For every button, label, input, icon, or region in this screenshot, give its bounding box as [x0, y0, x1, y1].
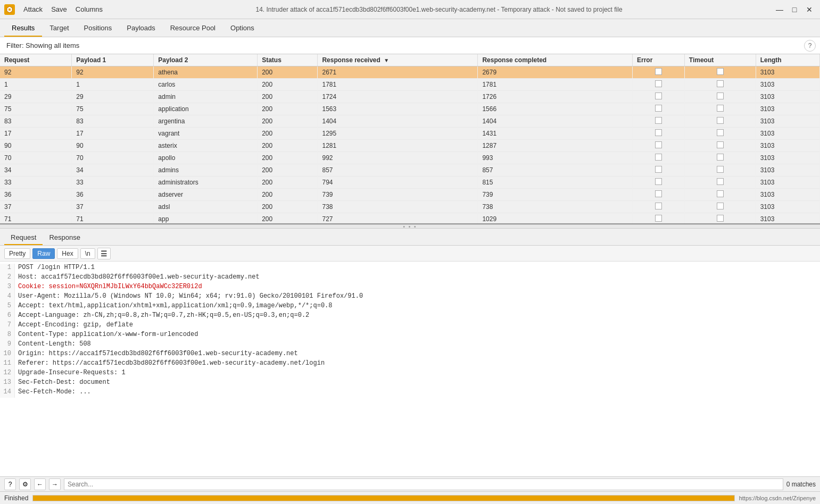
table-cell: argentina: [154, 115, 258, 128]
format-newline[interactable]: \n: [80, 248, 95, 259]
cell-error[interactable]: [633, 164, 685, 177]
table-row[interactable]: 2929admin200172417263103: [0, 91, 820, 103]
cell-timeout[interactable]: [684, 189, 756, 201]
table-row[interactable]: 1717vagrant200129514313103: [0, 128, 820, 140]
col-resp-recv[interactable]: Response received ▼: [318, 54, 478, 66]
table-row[interactable]: 7171app20072710293103: [0, 213, 820, 225]
cell-error[interactable]: [633, 213, 685, 225]
cell-error[interactable]: [633, 201, 685, 213]
cell-timeout[interactable]: [684, 140, 756, 152]
table-row[interactable]: 3636adserver2007397393103: [0, 189, 820, 201]
table-row[interactable]: 3737adsl2007387383103: [0, 201, 820, 213]
line-content: Referer: https://acca1f571ecdb3bd802f6ff…: [15, 359, 328, 369]
table-cell: admins: [154, 164, 258, 177]
line-number: 13: [0, 379, 15, 388]
table-row[interactable]: 9292athena200267126793103: [0, 66, 820, 79]
table-row[interactable]: 9090asterix200128112873103: [0, 140, 820, 152]
table-cell: 993: [478, 152, 633, 164]
tab-results[interactable]: Results: [4, 20, 42, 37]
tab-target[interactable]: Target: [42, 20, 76, 37]
cell-error[interactable]: [633, 103, 685, 115]
cell-error[interactable]: [633, 66, 685, 79]
table-row[interactable]: 7070apollo2009929933103: [0, 152, 820, 164]
maximize-button[interactable]: □: [788, 4, 801, 15]
cell-timeout[interactable]: [684, 103, 756, 115]
col-payload1[interactable]: Payload 1: [72, 54, 154, 66]
help-button[interactable]: ?: [4, 478, 16, 490]
code-line: 6Accept-Language: zh-CN,zh;q=0.8,zh-TW;q…: [0, 312, 820, 321]
format-raw[interactable]: Raw: [32, 248, 55, 259]
code-line: 5Accept: text/html,application/xhtml+xml…: [0, 302, 820, 312]
cell-error[interactable]: [633, 189, 685, 201]
cell-timeout[interactable]: [684, 79, 756, 91]
cell-timeout[interactable]: [684, 201, 756, 213]
cell-timeout[interactable]: [684, 91, 756, 103]
tab-request[interactable]: Request: [4, 231, 43, 245]
table-cell: 34: [0, 164, 72, 177]
resize-handle[interactable]: • • •: [0, 224, 820, 229]
cell-timeout[interactable]: [684, 213, 756, 225]
format-menu-button[interactable]: ☰: [97, 248, 111, 259]
tab-payloads[interactable]: Payloads: [119, 20, 162, 37]
table-row[interactable]: 11carlos200178117813103: [0, 79, 820, 91]
table-cell: 200: [258, 66, 318, 79]
back-button[interactable]: ←: [34, 478, 46, 490]
table-cell: 36: [72, 189, 154, 201]
table-cell: 71: [72, 213, 154, 225]
code-line: 1POST /login HTTP/1.1: [0, 264, 820, 273]
col-error[interactable]: Error: [633, 54, 685, 66]
table-row[interactable]: 8383argentina200140414043103: [0, 115, 820, 128]
line-number: 10: [0, 350, 15, 359]
cell-error[interactable]: [633, 79, 685, 91]
settings-button[interactable]: ⚙: [19, 478, 31, 490]
table-cell: 815: [478, 177, 633, 189]
menu-save[interactable]: Save: [49, 4, 69, 14]
col-request[interactable]: Request: [0, 54, 72, 66]
col-length[interactable]: Length: [756, 54, 819, 66]
format-pretty[interactable]: Pretty: [4, 248, 30, 259]
cell-error[interactable]: [633, 140, 685, 152]
line-number: 2: [0, 273, 15, 283]
tab-options[interactable]: Options: [223, 20, 262, 37]
col-resp-comp[interactable]: Response completed: [478, 54, 633, 66]
table-cell: 1404: [318, 115, 478, 128]
format-hex[interactable]: Hex: [57, 248, 78, 259]
cell-error[interactable]: [633, 115, 685, 128]
tab-positions[interactable]: Positions: [77, 20, 120, 37]
col-timeout[interactable]: Timeout: [684, 54, 756, 66]
table-row[interactable]: 3333administrators2007948153103: [0, 177, 820, 189]
table-cell: 1287: [478, 140, 633, 152]
cell-timeout[interactable]: [684, 177, 756, 189]
menu-attack[interactable]: Attack: [21, 4, 45, 14]
cell-error[interactable]: [633, 91, 685, 103]
cell-timeout[interactable]: [684, 152, 756, 164]
table-cell: 70: [0, 152, 72, 164]
close-button[interactable]: ✕: [803, 4, 816, 15]
tab-response[interactable]: Response: [43, 231, 87, 245]
cell-error[interactable]: [633, 177, 685, 189]
col-status[interactable]: Status: [258, 54, 318, 66]
forward-button[interactable]: →: [49, 478, 61, 490]
search-input[interactable]: [64, 478, 783, 490]
finished-label: Finished: [4, 494, 28, 502]
cell-timeout[interactable]: [684, 66, 756, 79]
table-cell: 83: [0, 115, 72, 128]
cell-timeout[interactable]: [684, 115, 756, 128]
minimize-button[interactable]: —: [773, 4, 786, 15]
cell-timeout[interactable]: [684, 128, 756, 140]
tab-resource-pool[interactable]: Resource Pool: [163, 20, 223, 37]
code-line: 7Accept-Encoding: gzip, deflate: [0, 321, 820, 331]
menu-columns[interactable]: Columns: [73, 4, 105, 14]
req-res-tabbar: Request Response: [0, 229, 820, 246]
table-header-row: Request Payload 1 Payload 2 Status Respo…: [0, 54, 820, 66]
filter-help-button[interactable]: ?: [804, 40, 816, 52]
cell-error[interactable]: [633, 128, 685, 140]
table-cell: 1724: [318, 91, 478, 103]
line-number: 5: [0, 302, 15, 312]
cell-error[interactable]: [633, 152, 685, 164]
col-payload2[interactable]: Payload 2: [154, 54, 258, 66]
table-row[interactable]: 3434admins2008578573103: [0, 164, 820, 177]
code-line: 12Upgrade-Insecure-Requests: 1: [0, 369, 820, 379]
cell-timeout[interactable]: [684, 164, 756, 177]
table-row[interactable]: 7575application200156315663103: [0, 103, 820, 115]
